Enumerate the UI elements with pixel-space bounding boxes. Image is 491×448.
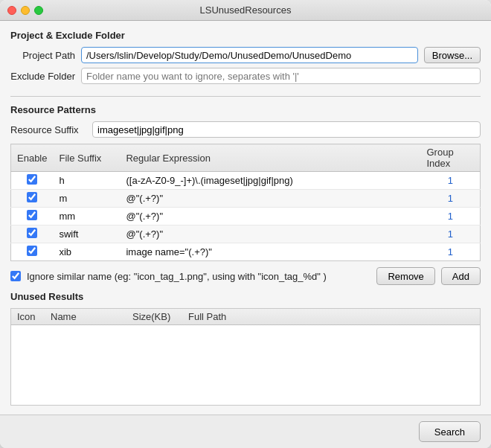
remove-button[interactable]: Remove [376,267,434,285]
search-button[interactable]: Search [419,421,481,442]
header-regular-expression: Regular Expression [120,144,420,172]
pattern-suffix-4: xib [53,243,120,261]
project-section: Project & Exclude Folder Project Path Br… [10,30,481,89]
project-section-title: Project & Exclude Folder [10,30,481,41]
results-table: Icon Name Size(KB) Full Path [11,309,480,325]
pattern-checkbox-0[interactable] [27,174,37,185]
browse-button[interactable]: Browse... [424,47,481,63]
table-row: m @"(.+?)" 1 [11,190,481,208]
patterns-table: Enable File Suffix Regular Expression Gr… [10,144,481,261]
project-path-row: Project Path Browse... [10,47,481,63]
content-area: Project & Exclude Folder Project Path Br… [0,21,491,415]
ignore-row: Ignore similar name (eg: "icon_tag_1.png… [10,267,481,285]
ignore-checkbox[interactable] [10,271,21,281]
exclude-folder-input[interactable] [81,68,481,84]
maximize-button[interactable] [34,6,43,15]
header-icon: Icon [11,309,45,325]
pattern-group-4: 1 [421,243,481,261]
header-size: Size(KB) [126,309,182,325]
project-path-input[interactable] [81,47,418,63]
table-row: xib image name="(.+?)" 1 [11,243,481,261]
bottom-bar: Search [0,415,491,448]
pattern-suffix-0: h [53,172,120,190]
main-window: LSUnusedResources Project & Exclude Fold… [0,0,491,448]
exclude-folder-label: Exclude Folder [10,71,81,82]
pattern-group-1: 1 [421,190,481,208]
header-file-suffix: File Suffix [53,144,120,172]
header-enable: Enable [11,144,54,172]
project-path-label: Project Path [10,50,81,61]
pattern-regex-0: ([a-zA-Z0-9_-]+)\.(imageset|jpg|gif|png) [120,172,420,190]
exclude-folder-row: Exclude Folder [10,68,481,84]
pattern-regex-4: image name="(.+?)" [120,243,420,261]
table-row: h ([a-zA-Z0-9_-]+)\.(imageset|jpg|gif|pn… [11,172,481,190]
suffix-input[interactable] [92,121,481,138]
pattern-regex-3: @"(.+?)" [120,225,420,243]
header-name: Name [45,309,126,325]
pattern-checkbox-2[interactable] [27,210,37,220]
pattern-regex-2: @"(.+?)" [120,208,420,225]
results-section-title: Unused Results [10,291,481,302]
close-button[interactable] [7,6,16,15]
pattern-checkbox-1[interactable] [27,192,37,202]
pattern-suffix-2: mm [53,208,120,225]
traffic-lights [7,6,43,15]
resource-section-title: Resource Patterns [10,104,481,115]
minimize-button[interactable] [21,6,30,15]
title-bar: LSUnusedResources [0,0,491,21]
resource-suffix-row: Resource Suffix [10,121,481,138]
ignore-text: Ignore similar name (eg: "icon_tag_1.png… [27,271,370,282]
pattern-suffix-3: swift [53,225,120,243]
suffix-label: Resource Suffix [10,124,92,135]
resource-section: Resource Patterns Resource Suffix Enable… [10,104,481,291]
header-group-index: Group Index [421,144,481,172]
header-full-path: Full Path [182,309,480,325]
table-row: swift @"(.+?)" 1 [11,225,481,243]
table-row: mm @"(.+?)" 1 [11,208,481,225]
divider-1 [10,96,481,97]
results-section: Unused Results Icon Name Size(KB) Full P… [10,291,481,406]
results-table-container: Icon Name Size(KB) Full Path [10,308,481,406]
pattern-group-2: 1 [421,208,481,225]
pattern-group-0: 1 [421,172,481,190]
pattern-suffix-1: m [53,190,120,208]
window-title: LSUnusedResources [200,4,292,16]
pattern-group-3: 1 [421,225,481,243]
pattern-checkbox-3[interactable] [27,228,37,238]
add-button[interactable]: Add [441,267,481,285]
pattern-regex-1: @"(.+?)" [120,190,420,208]
pattern-checkbox-4[interactable] [27,246,37,256]
